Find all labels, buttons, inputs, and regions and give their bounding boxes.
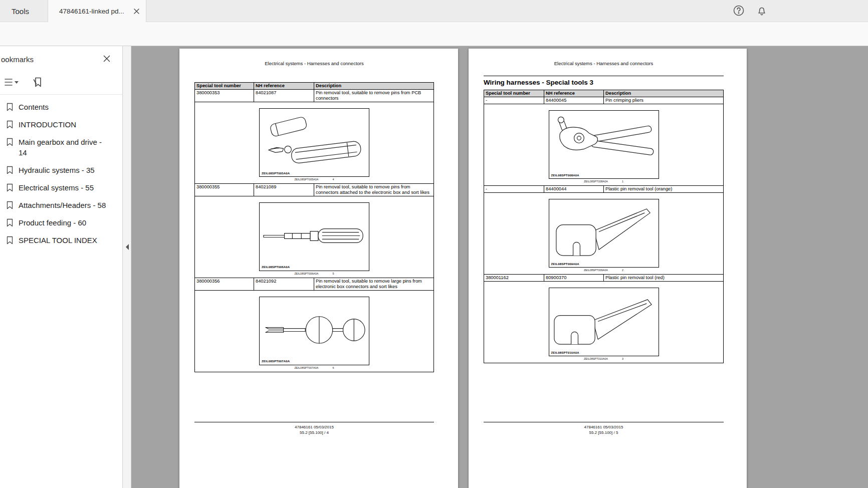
notifications-bell-icon[interactable]: [755, 4, 769, 18]
figure-caption: ZEIL08SPT007A0A 6: [195, 366, 433, 369]
figure-code: ZEIL08SPT008A0A: [551, 174, 579, 177]
cell-nh-reference: 84021087: [254, 89, 314, 102]
bookmark-item-contents[interactable]: Contents: [0, 98, 123, 116]
bookmark-item-product-feeding[interactable]: Product feeding - 60: [0, 214, 123, 231]
figure-row: ZEIL08SPT008A0A ZEIL08SPT008A0A 1: [484, 104, 724, 185]
help-icon[interactable]: [732, 4, 746, 18]
col-special-tool-number: Special tool number: [484, 90, 544, 97]
figure-code: ZEIL08SPT006A0A: [262, 266, 290, 269]
tool-figure-pin-removal-cap: ZEIL08SPT005A0A: [259, 108, 369, 177]
table-header-row: Special tool number NH reference Descrip…: [484, 90, 724, 97]
pdf-page-right: Electrical systems - Harnesses and conne…: [469, 49, 747, 488]
bookmark-item-electrical[interactable]: Electrical systems - 55: [0, 179, 123, 196]
pdf-page-left: Electrical systems - Harnesses and conne…: [179, 49, 458, 488]
bookmark-item-introduction[interactable]: INTRODUCTION: [0, 116, 123, 133]
special-tools-table-right: Special tool number NH reference Descrip…: [484, 90, 724, 363]
cell-nh-reference: 84021092: [254, 278, 314, 290]
footer-rule: [484, 422, 724, 422]
tabbar-right-icons: [732, 4, 769, 18]
tool-figure-large-pin-removal: ZEIL08SPT007A0A: [259, 297, 369, 365]
pin-removal-tool-drawing: [260, 203, 369, 271]
figure-caption-code: ZEIL08SPT005A0A: [294, 178, 318, 181]
figure-cell: ZEIL08SPT008A0A ZEIL08SPT008A0A 1: [484, 104, 724, 185]
figure-caption-number: 6: [332, 366, 334, 369]
figure-row: ZEIL08SPT007A0A ZEIL08SPT007A0A 6: [195, 290, 434, 372]
cell-nh-reference: 84400045: [544, 97, 604, 104]
collapse-left-icon: [125, 243, 129, 251]
figure-code: ZEIL08SPT005A0A: [262, 172, 290, 175]
cell-tool-number: 380000353: [195, 89, 254, 102]
tab-tools-label: Tools: [12, 7, 29, 16]
bookmark-item-hydraulic[interactable]: Hydraulic systems - 35: [0, 161, 123, 179]
pin-removal-tool-drawing: [260, 109, 369, 176]
footer-doc-id: 47846161 05/03/2015: [484, 424, 724, 430]
section-rule: [484, 76, 724, 76]
figure-caption-code: ZEIL08SPT010A0A: [584, 357, 608, 360]
figure-caption-code: ZEIL08SPT007A0A: [294, 366, 318, 369]
bookmarks-toolbar: [3, 74, 45, 90]
bookmark-label: Hydraulic systems - 35: [19, 165, 95, 175]
figure-caption-number: 1: [622, 180, 623, 183]
bookmark-options-icon[interactable]: [3, 75, 20, 89]
cell-description: Plastic pin removal tool (orange): [604, 185, 724, 192]
tab-tools[interactable]: Tools: [0, 0, 41, 22]
table-row: 380000353 84021087 Pin removal tool, sui…: [195, 89, 434, 102]
pdf-viewer-window: Tools 47846161-linked pd...: [0, 0, 868, 488]
tool-figure-plastic-removal-red: ZEIL08SPT010A0A: [549, 288, 659, 356]
figure-caption-number: 5: [332, 272, 334, 275]
bookmark-item-special-tool-index[interactable]: SPECIAL TOOL INDEX: [0, 231, 123, 249]
table-row: 380001162 80900370 Plastic pin removal t…: [484, 274, 724, 281]
bookmark-label: Main gearbox and drive - 14: [19, 137, 108, 158]
pin-removal-tool-drawing: [260, 297, 369, 365]
viewer-body: ookmarks: [0, 46, 868, 488]
figure-caption-code: ZEIL08SPT008A0A: [584, 180, 608, 183]
figure-caption-code: ZEIL08SPT006A0A: [294, 272, 318, 275]
crimping-pliers-drawing: [549, 111, 659, 178]
sidebar-collapse-handle[interactable]: [123, 46, 131, 488]
table-row: 380000356 84021092 Pin removal tool, sui…: [195, 278, 434, 290]
bookmark-label: SPECIAL TOOL INDEX: [19, 235, 97, 246]
bookmark-label: Product feeding - 60: [19, 217, 86, 228]
document-scroll-area[interactable]: Electrical systems - Harnesses and conne…: [131, 46, 868, 488]
bookmark-item-main-gearbox[interactable]: Main gearbox and drive - 14: [0, 133, 123, 161]
bookmarks-divider: [0, 94, 123, 95]
page-running-header: Electrical systems - Harnesses and conne…: [194, 61, 434, 66]
tab-close-icon[interactable]: [132, 7, 141, 16]
bookmark-label: Attachments/Headers - 58: [19, 200, 106, 210]
bookmark-label: Contents: [19, 102, 49, 112]
footer-doc-id: 47846161 05/03/2015: [194, 424, 434, 430]
tool-figure-plastic-removal-orange: ZEIL08SPT009A0A: [549, 199, 659, 268]
figure-caption-number: 3: [622, 357, 623, 360]
main-toolbar: / 153: [0, 22, 868, 46]
section-title: Wiring harnesses - Special tools 3: [484, 79, 724, 86]
plastic-pin-removal-tool-drawing: [549, 288, 659, 356]
figure-caption-number: 4: [332, 178, 334, 181]
figure-row: ZEIL08SPT009A0A ZEIL08SPT009A0A 2: [484, 192, 724, 274]
table-header-row: Special tool number NH reference Descrip…: [195, 83, 434, 90]
footer-rule: [194, 422, 434, 422]
table-row: - 84400044 Plastic pin removal tool (ora…: [484, 185, 724, 192]
figure-cell: ZEIL08SPT007A0A ZEIL08SPT007A0A 6: [195, 290, 434, 372]
tab-document[interactable]: 47846161-linked pd...: [48, 0, 146, 22]
cell-tool-number: 380001162: [484, 274, 544, 281]
cell-nh-reference: 84021089: [254, 183, 314, 196]
cell-description: Pin removal tool, suitable to remove pin…: [314, 89, 434, 102]
cell-tool-number: 380000355: [195, 183, 254, 196]
bookmark-label: INTRODUCTION: [19, 119, 76, 130]
new-bookmark-icon[interactable]: [31, 75, 45, 89]
figure-code: ZEIL08SPT007A0A: [262, 360, 290, 363]
figure-caption-number: 2: [622, 269, 623, 272]
figure-cell: ZEIL08SPT006A0A ZEIL08SPT006A0A 5: [195, 196, 434, 278]
figure-row: ZEIL08SPT005A0A ZEIL08SPT005A0A 4: [195, 102, 434, 183]
tab-bar: Tools 47846161-linked pd...: [0, 0, 868, 22]
bookmarks-panel: ookmarks: [0, 46, 123, 488]
figure-cell: ZEIL08SPT009A0A ZEIL08SPT009A0A 2: [484, 192, 724, 274]
cell-nh-reference: 80900370: [544, 274, 604, 281]
bookmarks-close-icon[interactable]: [101, 53, 112, 64]
cell-description: Pin crimping pliers: [604, 97, 724, 104]
bookmark-item-attachments[interactable]: Attachments/Headers - 58: [0, 196, 123, 214]
tool-figure-crimping-pliers: ZEIL08SPT008A0A: [549, 110, 659, 179]
page-running-header: Electrical systems - Harnesses and conne…: [484, 61, 724, 66]
figure-caption-code: ZEIL08SPT009A0A: [584, 269, 608, 272]
figure-caption: ZEIL08SPT008A0A 1: [484, 180, 723, 183]
